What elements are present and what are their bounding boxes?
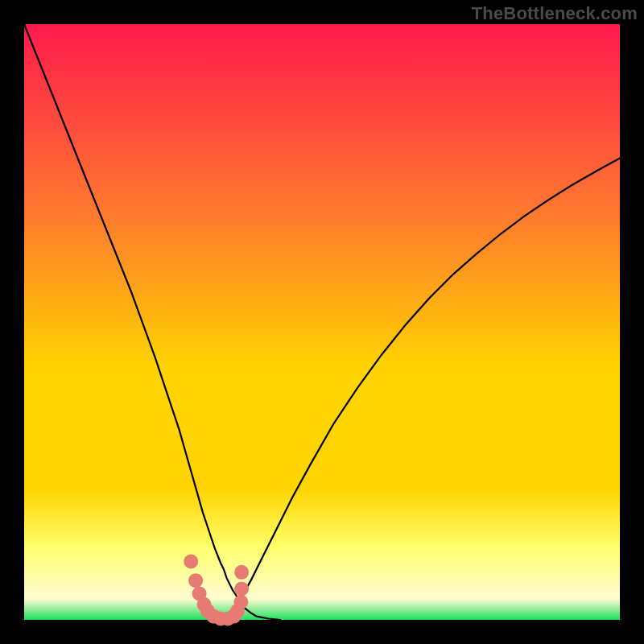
plot-background (24, 24, 620, 620)
highlight-marker (184, 555, 198, 569)
highlight-marker (234, 582, 249, 597)
bottleneck-chart (0, 0, 644, 644)
watermark-text: TheBottleneck.com (472, 3, 638, 24)
highlight-marker (188, 573, 203, 588)
highlight-marker (233, 595, 248, 609)
highlight-marker (234, 565, 249, 580)
chart-frame: TheBottleneck.com (0, 0, 644, 644)
